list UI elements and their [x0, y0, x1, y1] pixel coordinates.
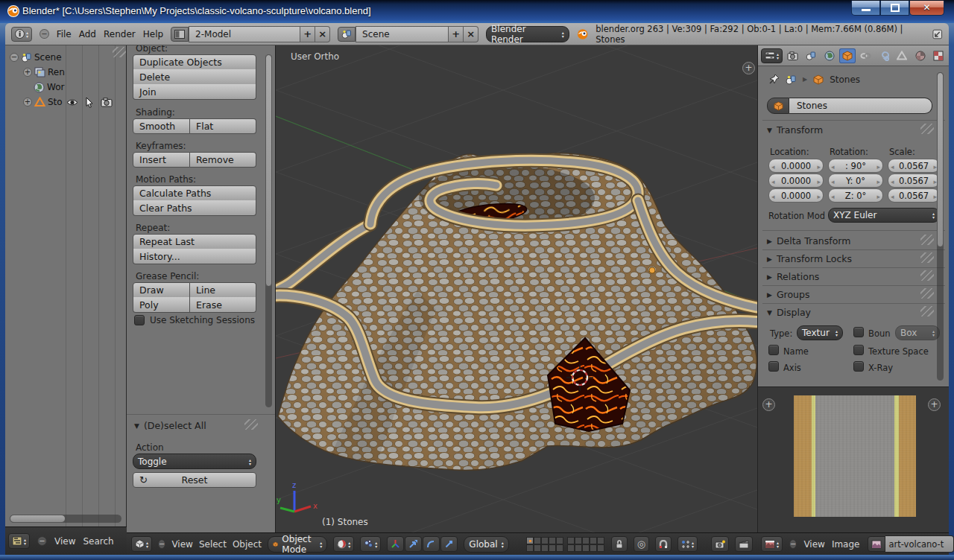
layer-cell[interactable]: [590, 544, 597, 552]
outliner-item-label[interactable]: Sto: [48, 97, 63, 107]
grease-line-button[interactable]: Line: [190, 282, 256, 298]
properties-scrollbar[interactable]: [937, 72, 944, 381]
menu-render[interactable]: Render: [104, 29, 136, 39]
transform-panel-header[interactable]: Transform: [767, 124, 823, 136]
object-name-value[interactable]: Stones: [789, 98, 932, 114]
rotation-z-field[interactable]: Z: 0°: [828, 188, 883, 203]
panel-drag-stripes[interactable]: [920, 252, 934, 263]
outliner-item-world[interactable]: Wor: [5, 80, 127, 95]
grease-poly-button[interactable]: Poly: [133, 297, 190, 313]
tab-scene[interactable]: [803, 48, 818, 63]
layer-grid[interactable]: [527, 537, 564, 552]
expand-icon[interactable]: [23, 68, 32, 77]
outliner-item-renderlayers[interactable]: Ren: [5, 65, 127, 80]
render-opengl-button[interactable]: [711, 536, 729, 552]
outliner-item-label[interactable]: Wor: [47, 82, 64, 92]
scale-manipulator-button[interactable]: [440, 536, 458, 552]
bounds-type-dropdown[interactable]: Box: [895, 325, 940, 340]
layer-cell[interactable]: [541, 537, 549, 544]
object-name-field[interactable]: Stones: [767, 98, 932, 114]
delete-layout-button[interactable]: [315, 26, 330, 42]
viewport-shading-button[interactable]: [333, 536, 354, 552]
rotation-x-field[interactable]: : 90°: [828, 159, 883, 173]
layer-cell[interactable]: [534, 537, 541, 544]
smooth-button[interactable]: Smooth: [133, 118, 190, 134]
reset-button[interactable]: Reset: [133, 472, 256, 488]
transform-locks-panel-header[interactable]: Transform Locks: [767, 253, 852, 264]
calculate-paths-button[interactable]: Calculate Paths: [133, 185, 256, 201]
panel-drag-stripes[interactable]: [920, 306, 934, 316]
editor-type-button-outliner[interactable]: [8, 533, 30, 549]
manipulator-axes-button[interactable]: [387, 536, 404, 552]
grease-erase-button[interactable]: Erase: [190, 297, 256, 313]
operator-panel-header[interactable]: (De)select All: [134, 420, 206, 431]
region-expand-plus-icon[interactable]: +: [928, 398, 941, 411]
flat-button[interactable]: Flat: [190, 118, 256, 134]
action-dropdown[interactable]: Toggle: [133, 454, 256, 469]
layer-cell[interactable]: [549, 544, 556, 552]
scale-z-field[interactable]: 0.0567: [888, 188, 940, 203]
region-expand-plus-icon[interactable]: +: [762, 398, 775, 411]
tab-modifiers[interactable]: [876, 48, 891, 63]
minimize-button[interactable]: [851, 1, 880, 16]
volcano-model[interactable]: [276, 120, 757, 532]
delete-scene-button[interactable]: [464, 26, 478, 42]
layer-cell[interactable]: [567, 537, 575, 544]
rotate-manipulator-button[interactable]: [423, 536, 440, 552]
screen-layout-name[interactable]: 2-Model: [189, 26, 300, 42]
outliner-item-stones[interactable]: Sto: [5, 95, 127, 109]
image-browse-button[interactable]: [868, 536, 885, 552]
axis-checkbox[interactable]: [768, 361, 779, 372]
expand-icon[interactable]: [23, 98, 32, 106]
tab-world[interactable]: [821, 48, 837, 63]
layer-cell[interactable]: [582, 544, 590, 552]
outliner-item-label[interactable]: Scene: [34, 52, 62, 63]
rotation-y-field[interactable]: Y: 0°: [828, 174, 883, 188]
properties-editor[interactable]: Stones Stones Transform Location: Rotati…: [757, 45, 949, 386]
panel-drag-stripes[interactable]: [920, 235, 934, 245]
layer-cell[interactable]: [534, 544, 541, 552]
tab-texture[interactable]: [931, 48, 947, 63]
location-y-field[interactable]: 0.0000: [768, 174, 824, 188]
toolshelf-scrollbar-thumb[interactable]: [265, 54, 272, 287]
delta-transform-panel-header[interactable]: Delta Transform: [767, 235, 850, 246]
image-menu-image[interactable]: Image: [832, 539, 860, 550]
image-editor[interactable]: + +: [757, 386, 949, 532]
pin-icon[interactable]: [768, 74, 780, 85]
transform-orientation-dropdown[interactable]: Global: [464, 536, 508, 553]
bounds-checkbox[interactable]: [853, 327, 864, 337]
mode-dropdown[interactable]: Object Mode: [268, 536, 327, 553]
panel-drag-stripes[interactable]: [920, 124, 934, 134]
snap-element-button[interactable]: [677, 536, 698, 552]
image-menu-view[interactable]: View: [803, 539, 824, 550]
layer-cell[interactable]: [590, 537, 597, 544]
editor-type-button-info[interactable]: [11, 27, 32, 42]
texture-space-checkbox[interactable]: [853, 345, 864, 355]
scene-name[interactable]: Scene: [356, 26, 449, 42]
outliner-menu-view[interactable]: View: [54, 536, 75, 547]
snap-button[interactable]: [655, 536, 672, 552]
layer-cell[interactable]: [556, 537, 563, 544]
location-x-field[interactable]: 0.0000: [768, 159, 824, 173]
layer-cell[interactable]: [526, 544, 534, 552]
editor-type-button-image[interactable]: [761, 536, 783, 552]
maximize-button[interactable]: [880, 1, 909, 16]
region-expand-plus-icon[interactable]: +: [742, 62, 755, 74]
clear-paths-button[interactable]: Clear Paths: [133, 200, 256, 216]
layer-grid-2[interactable]: [568, 537, 605, 552]
outliner-item-label[interactable]: Ren: [48, 67, 65, 77]
layer-cell[interactable]: [567, 544, 575, 552]
layer-cell[interactable]: [582, 537, 590, 544]
groups-panel-header[interactable]: Groups: [767, 289, 810, 300]
layer-cell-active[interactable]: [526, 537, 534, 544]
name-checkbox[interactable]: [768, 345, 779, 355]
outliner-editor[interactable]: Scene Ren Wor Sto: [5, 45, 127, 526]
scene-breadcrumb-icon[interactable]: [786, 74, 797, 85]
insert-keyframe-button[interactable]: Insert: [133, 152, 190, 168]
collapse-menus-icon[interactable]: [37, 536, 47, 546]
delete-button[interactable]: Delete: [133, 69, 256, 85]
object-menu[interactable]: Object: [233, 539, 262, 550]
screen-layout-field[interactable]: 2-Model: [189, 26, 330, 42]
add-scene-button[interactable]: [449, 26, 464, 42]
panel-drag-stripes[interactable]: [244, 419, 258, 430]
